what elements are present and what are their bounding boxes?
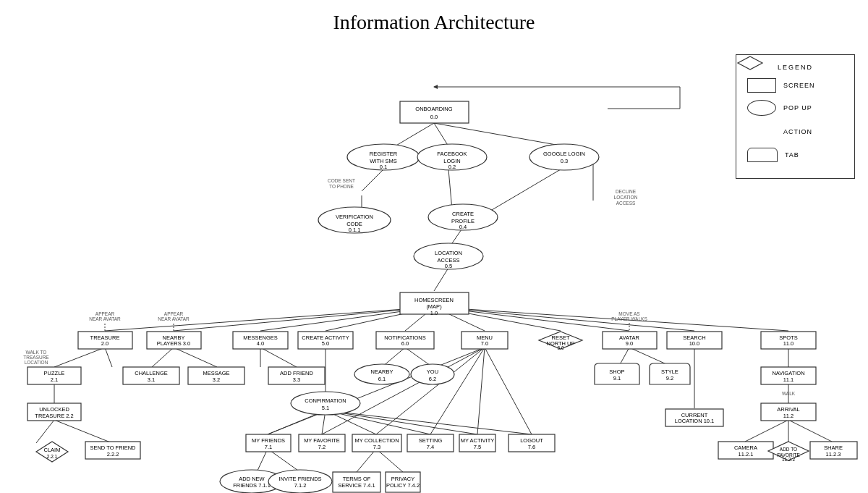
svg-line-25 bbox=[152, 347, 174, 367]
svg-text:ONBOARDING: ONBOARDING bbox=[415, 106, 452, 112]
svg-text:MY ACTIVITY: MY ACTIVITY bbox=[461, 437, 495, 444]
svg-line-0 bbox=[395, 123, 434, 146]
svg-text:ADD NEW: ADD NEW bbox=[239, 476, 265, 482]
svg-line-21 bbox=[105, 347, 112, 367]
svg-text:5.1: 5.1 bbox=[322, 405, 329, 411]
svg-text:0.0: 0.0 bbox=[430, 114, 438, 120]
svg-line-42 bbox=[477, 347, 485, 434]
svg-text:7.3: 7.3 bbox=[373, 444, 380, 450]
svg-text:7.6: 7.6 bbox=[528, 444, 535, 450]
svg-text:FACEBOOK: FACEBOOK bbox=[437, 151, 467, 157]
svg-text:6.0: 6.0 bbox=[401, 340, 409, 347]
svg-text:POLICY 7.4.2: POLICY 7.4.2 bbox=[386, 482, 420, 489]
svg-text:CLAIM: CLAIM bbox=[44, 447, 61, 453]
page-title: Information Architecture bbox=[0, 0, 868, 38]
svg-text:SEND TO FRIEND: SEND TO FRIEND bbox=[90, 444, 136, 451]
svg-line-54 bbox=[357, 449, 376, 472]
svg-text:9.2: 9.2 bbox=[666, 375, 673, 382]
svg-line-53 bbox=[268, 449, 300, 472]
svg-text:REGISTER: REGISTER bbox=[370, 151, 398, 157]
svg-text:7.0: 7.0 bbox=[481, 340, 488, 347]
svg-text:YOU: YOU bbox=[427, 368, 438, 375]
svg-text:HOMESCREEN: HOMESCREEN bbox=[414, 297, 454, 303]
svg-text:APPEAR: APPEAR bbox=[164, 311, 184, 316]
svg-text:DECLINE: DECLINE bbox=[616, 189, 637, 194]
svg-text:2.2.2: 2.2.2 bbox=[107, 451, 119, 458]
svg-text:1.0: 1.0 bbox=[430, 310, 438, 316]
svg-text:4.0: 4.0 bbox=[257, 340, 264, 347]
svg-text:CODE SENT: CODE SENT bbox=[328, 178, 355, 183]
svg-text:CHALLENGE: CHALLENGE bbox=[135, 370, 167, 376]
svg-text:3.2: 3.2 bbox=[213, 376, 220, 383]
svg-text:0.3: 0.3 bbox=[561, 158, 568, 164]
svg-line-41 bbox=[430, 347, 485, 434]
svg-text:APPEAR: APPEAR bbox=[95, 311, 115, 316]
legend-action-shape-container bbox=[747, 123, 776, 140]
svg-text:ADD FRIEND: ADD FRIEND bbox=[280, 370, 313, 376]
svg-text:NEARBY: NEARBY bbox=[371, 368, 393, 375]
svg-line-40 bbox=[376, 347, 485, 434]
svg-text:PRIVACY: PRIVACY bbox=[391, 476, 414, 482]
svg-text:0.1.1: 0.1.1 bbox=[349, 227, 361, 233]
svg-text:NEAR AVATAR: NEAR AVATAR bbox=[158, 316, 190, 321]
svg-line-8 bbox=[434, 268, 448, 291]
svg-line-43 bbox=[485, 347, 532, 434]
svg-line-38 bbox=[268, 347, 485, 434]
svg-line-5 bbox=[448, 169, 452, 210]
svg-text:9.0: 9.0 bbox=[626, 340, 633, 347]
svg-text:TREASURE 2.2: TREASURE 2.2 bbox=[35, 413, 73, 419]
svg-text:VERIFICATION: VERIFICATION bbox=[336, 214, 373, 220]
svg-text:9.1: 9.1 bbox=[613, 375, 621, 382]
svg-text:2.0: 2.0 bbox=[101, 340, 109, 347]
svg-text:MOVE AS: MOVE AS bbox=[618, 311, 640, 316]
svg-line-24 bbox=[54, 420, 112, 443]
svg-line-20 bbox=[54, 347, 105, 367]
svg-text:MY FRIENDS: MY FRIENDS bbox=[252, 437, 285, 444]
svg-marker-174 bbox=[738, 56, 762, 69]
svg-text:LOCATION: LOCATION bbox=[25, 360, 48, 365]
svg-text:WALK TO: WALK TO bbox=[26, 350, 47, 355]
svg-text:7.5: 7.5 bbox=[474, 444, 481, 450]
legend-box: LEGEND SCREEN POP UP ACTION TAB bbox=[736, 54, 855, 179]
svg-text:7.4: 7.4 bbox=[427, 444, 434, 450]
svg-text:CONFIRMATION: CONFIRMATION bbox=[305, 397, 346, 404]
svg-text:NEAR AVATAR: NEAR AVATAR bbox=[89, 316, 121, 321]
svg-text:PLAYER WALKS: PLAYER WALKS bbox=[611, 316, 647, 321]
svg-line-11 bbox=[174, 307, 434, 331]
svg-text:6.2: 6.2 bbox=[429, 376, 436, 382]
svg-line-6 bbox=[492, 169, 561, 210]
legend-diamond-svg bbox=[736, 55, 868, 493]
svg-text:TERMS OF: TERMS OF bbox=[343, 476, 371, 482]
svg-text:LOGOUT: LOGOUT bbox=[520, 437, 543, 444]
svg-text:MESSAGE: MESSAGE bbox=[203, 370, 229, 376]
svg-line-52 bbox=[257, 449, 268, 472]
svg-text:GOOGLE LOGIN: GOOGLE LOGIN bbox=[543, 151, 585, 157]
svg-text:TO PHONE: TO PHONE bbox=[329, 184, 354, 189]
svg-text:PLAYERS 3.0: PLAYERS 3.0 bbox=[157, 340, 191, 347]
svg-line-2 bbox=[434, 123, 564, 146]
svg-text:(MAP): (MAP) bbox=[426, 303, 442, 310]
svg-text:0.1: 0.1 bbox=[380, 164, 387, 170]
svg-text:MY COLLECTION: MY COLLECTION bbox=[354, 437, 399, 444]
svg-line-23 bbox=[36, 420, 54, 443]
svg-line-1 bbox=[434, 123, 448, 146]
svg-text:7.2: 7.2 bbox=[318, 444, 326, 450]
svg-text:0.2: 0.2 bbox=[448, 164, 456, 170]
svg-text:LOCATION: LOCATION bbox=[614, 195, 638, 200]
svg-text:0.5: 0.5 bbox=[445, 263, 452, 269]
svg-line-10 bbox=[105, 307, 434, 331]
svg-text:LOCATION: LOCATION bbox=[435, 250, 462, 256]
svg-text:INVITE FRIENDS: INVITE FRIENDS bbox=[278, 476, 321, 482]
svg-text:PUZZLE: PUZZLE bbox=[44, 370, 65, 376]
svg-line-35 bbox=[326, 410, 532, 434]
svg-text:SHOP: SHOP bbox=[609, 368, 624, 375]
svg-text:2.1: 2.1 bbox=[51, 376, 58, 383]
svg-text:7.1.2: 7.1.2 bbox=[294, 482, 307, 489]
svg-line-3 bbox=[362, 169, 383, 191]
svg-text:5.0: 5.0 bbox=[322, 340, 329, 347]
svg-text:SERVICE 7.4.1: SERVICE 7.4.1 bbox=[338, 482, 375, 489]
svg-text:UNLOCKED: UNLOCKED bbox=[39, 406, 69, 413]
svg-text:7.1: 7.1 bbox=[265, 444, 272, 450]
legend-item-action: ACTION bbox=[747, 123, 843, 140]
svg-text:3.1: 3.1 bbox=[148, 376, 155, 383]
